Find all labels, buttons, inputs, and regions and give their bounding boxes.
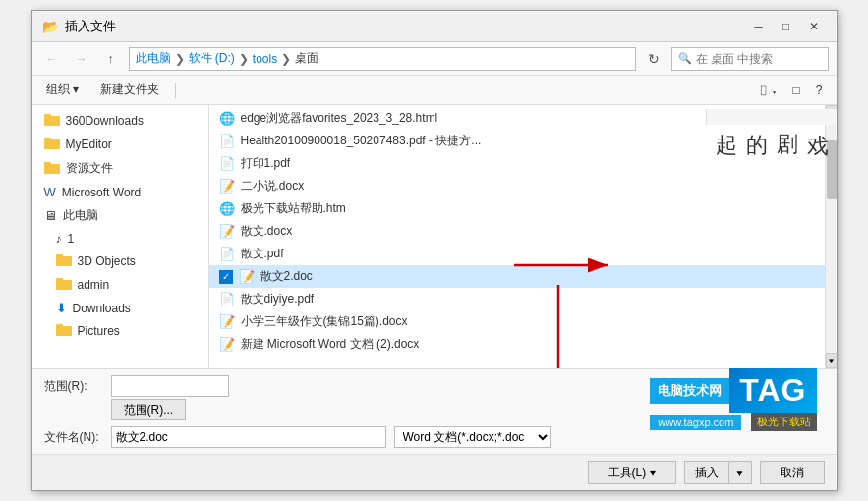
file-item-print-pdf[interactable]: 📄 打印1.pdf [209, 152, 825, 175]
sidebar-item-downloads[interactable]: ⬇ Downloads [32, 297, 208, 319]
organize-button[interactable]: 组织 ▾ [40, 80, 85, 100]
file-item-new-doc[interactable]: 📝 新建 Microsoft Word 文档 (2).docx [209, 333, 825, 356]
dialog-icon: 📂 [42, 19, 59, 34]
file-item-sanwen-diyiye[interactable]: 📄 散文diyiye.pdf [209, 288, 825, 310]
file-name: 二小说.docx [241, 178, 305, 195]
sidebar-item-3dobjects[interactable]: 3D Objects [32, 250, 208, 273]
svg-rect-5 [44, 162, 51, 165]
close-button[interactable]: ✕ [801, 17, 827, 36]
sidebar-item-myeditor[interactable]: MyEditor [32, 133, 208, 156]
file-item-novel-docx[interactable]: 📝 二小说.docx [209, 175, 825, 197]
file-dialog: 📂 插入文件 ─ □ ✕ ← → ↑ 此电脑 ❯ 软件 (D:) ❯ tools… [31, 10, 838, 491]
right-text: 戏 剧 的 起 [706, 109, 836, 125]
sidebar-item-pictures[interactable]: Pictures [32, 319, 208, 343]
checkbox-sanwen2[interactable]: ✓ [219, 270, 233, 284]
scrollbar-down[interactable]: ▼ [826, 353, 837, 368]
folder-icon [44, 137, 60, 152]
svg-rect-9 [56, 278, 63, 281]
scrollbar-track[interactable] [826, 121, 837, 353]
file-icon: 📄 [219, 292, 235, 306]
sidebar-item-label: 1 [68, 232, 75, 246]
file-name: Health20100900018_50207483.pdf - 快捷方... [241, 133, 482, 149]
file-name: edge浏览器favorites_2023_3_28.html [241, 110, 438, 127]
file-item-sanwen-docx[interactable]: 📝 散文.docx [209, 220, 825, 243]
dialog-title: 插入文件 [65, 18, 116, 35]
range-button[interactable]: 范围(R)... [111, 399, 187, 420]
title-bar: 📂 插入文件 ─ □ ✕ [32, 11, 837, 42]
up-button[interactable]: ↑ [99, 47, 123, 71]
file-item-composition[interactable]: 📝 小学三年级作文(集锦15篇).docx [209, 310, 825, 333]
filename-row: 文件名(N): Word 文档(*.docx;*.doc [44, 426, 825, 448]
right-scrollbar[interactable]: ▲ ▼ [825, 105, 837, 368]
sidebar-item-label: 资源文件 [66, 160, 113, 177]
download-icon: ⬇ [56, 301, 67, 315]
search-input[interactable] [696, 52, 822, 66]
sidebar-item-msword[interactable]: W Microsoft Word [32, 181, 208, 203]
range-label: 范围(R): [44, 378, 103, 395]
svg-rect-0 [44, 116, 60, 126]
svg-rect-10 [56, 326, 72, 336]
file-item-sanwen2-doc[interactable]: ✓ 📝 散文2.doc [209, 265, 825, 288]
maximize-button[interactable]: □ [774, 17, 799, 36]
breadcrumb-d[interactable]: 软件 (D:) [189, 50, 235, 67]
file-item-jiguang-htm[interactable]: 🌐 极光下载站帮助.htm [209, 197, 825, 220]
file-item-sanwen-pdf[interactable]: 📄 散文.pdf [209, 243, 825, 265]
file-icon: 📝 [219, 337, 235, 352]
file-name: 新建 Microsoft Word 文档 (2).docx [241, 336, 420, 353]
file-list-area[interactable]: 🌐 edge浏览器favorites_2023_3_28.html 📄 Heal… [209, 105, 825, 368]
address-bar: ← → ↑ 此电脑 ❯ 软件 (D:) ❯ tools ❯ 桌面 ↻ 🔍 [32, 42, 837, 76]
sidebar-item-admin[interactable]: admin [32, 273, 208, 297]
sidebar-item-resources[interactable]: 资源文件 [32, 156, 208, 181]
action-bar: 工具(L) ▾ 插入 ▼ 取消 [32, 454, 837, 490]
tools-button[interactable]: 工具(L) ▾ [588, 461, 676, 484]
pc-icon: 🖥 [44, 208, 57, 223]
search-icon: 🔍 [678, 52, 692, 65]
svg-rect-7 [56, 254, 63, 257]
file-icon: 📄 [219, 156, 235, 171]
sidebar: 360Downloads MyEditor 资源文件 W Microsoft W… [32, 105, 209, 368]
back-button[interactable]: ← [40, 47, 64, 71]
svg-rect-4 [44, 164, 60, 174]
sidebar-item-thispc[interactable]: 🖥 此电脑 [32, 203, 208, 228]
breadcrumb[interactable]: 此电脑 ❯ 软件 (D:) ❯ tools ❯ 桌面 [129, 47, 636, 71]
view-button[interactable]: ⌷ ▾ [754, 82, 782, 99]
folder-icon [56, 277, 72, 293]
file-icon: 🌐 [219, 201, 235, 216]
filename-input[interactable] [111, 426, 386, 448]
file-icon: 📝 [239, 269, 255, 284]
insert-button[interactable]: 插入 [684, 461, 729, 484]
file-item-health-pdf[interactable]: 📄 Health20100900018_50207483.pdf - 快捷方..… [209, 130, 825, 152]
sidebar-item-label: Microsoft Word [62, 186, 141, 199]
file-list: 🌐 edge浏览器favorites_2023_3_28.html 📄 Heal… [209, 105, 825, 358]
range-row: 范围(R): [44, 375, 825, 397]
minimize-button[interactable]: ─ [746, 17, 772, 36]
insert-dropdown-button[interactable]: ▼ [729, 461, 752, 484]
file-name: 极光下载站帮助.htm [241, 200, 346, 217]
filetype-select[interactable]: Word 文档(*.docx;*.doc [394, 426, 551, 448]
file-icon: 📝 [219, 179, 235, 194]
bottom-section: 范围(R): 范围(R)... 文件名(N): Word 文档(*.docx;*… [32, 368, 837, 454]
cancel-button[interactable]: 取消 [760, 461, 825, 484]
breadcrumb-tools[interactable]: tools [253, 52, 277, 66]
folder-icon [56, 323, 72, 339]
sidebar-item-label: Downloads [73, 302, 131, 315]
filename-label: 文件名(N): [44, 429, 103, 446]
scrollbar-thumb[interactable] [827, 140, 837, 199]
insert-group: 插入 ▼ [684, 461, 752, 484]
search-bar[interactable]: 🔍 [671, 47, 829, 71]
help-button[interactable]: ? [810, 82, 829, 99]
forward-button[interactable]: → [70, 47, 93, 71]
range-btn-row: 范围(R)... [111, 399, 825, 420]
main-content: 360Downloads MyEditor 资源文件 W Microsoft W… [32, 105, 837, 368]
range-input[interactable] [111, 375, 229, 397]
breadcrumb-pc[interactable]: 此电脑 [136, 50, 171, 67]
music-icon: ♪ [56, 232, 62, 246]
file-icon: 📝 [219, 224, 235, 239]
file-name: 散文2.doc [260, 268, 313, 285]
pane-button[interactable]: □ [787, 82, 806, 99]
new-folder-button[interactable]: 新建文件夹 [94, 80, 165, 100]
refresh-button[interactable]: ↻ [642, 47, 665, 71]
svg-rect-11 [56, 324, 63, 327]
sidebar-item-360downloads[interactable]: 360Downloads [32, 109, 208, 133]
sidebar-item-1[interactable]: ♪ 1 [32, 228, 208, 250]
